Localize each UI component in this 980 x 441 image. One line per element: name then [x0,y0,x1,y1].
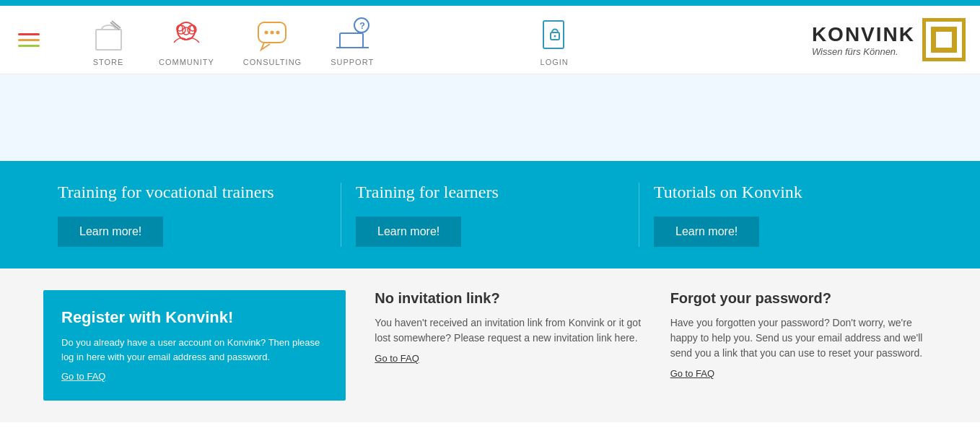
learn-more-trainers[interactable]: Learn more! [58,217,163,247]
svg-point-11 [270,30,274,34]
noinvite-faq-link[interactable]: Go to FAQ [375,353,419,364]
learners-title: Training for learners [356,183,624,202]
register-text: Do you already have a user account on Ko… [61,336,328,364]
store-label: STORE [93,58,124,66]
consulting-icon [250,13,294,56]
tutorials-title: Tutorials on Konvink [654,183,922,202]
bottom-col-password: Forgot your password? Have you forgotten… [670,290,937,401]
community-icon [165,13,208,56]
blue-col-trainers: Training for vocational trainers Learn m… [43,183,341,247]
svg-rect-0 [96,30,121,50]
bottom-col-register: Register with Konvink! Do you already ha… [43,290,346,401]
password-text: Have you forgotten your password? Don't … [670,315,937,361]
consulting-label: CONSULTING [243,58,302,66]
top-bar [0,0,980,6]
svg-point-10 [264,30,268,34]
svg-point-12 [276,30,279,34]
support-icon: ? [331,13,374,56]
register-title: Register with Konvink! [61,308,328,327]
header: STORE COMMUNITY [0,6,980,74]
logo-box [922,18,966,61]
logo-name: KONVINK [812,23,915,46]
logo-area: KONVINK Wissen fürs Können. [812,18,966,61]
nav-support[interactable]: ? SUPPORT [331,13,374,66]
password-faq-link[interactable]: Go to FAQ [670,368,714,379]
logo-text-block: KONVINK Wissen fürs Können. [812,23,915,57]
svg-text:?: ? [359,20,365,31]
login-label: LOGIN [541,58,569,66]
bottom-col-noinvite: No invitation link? You haven't received… [375,290,641,401]
support-label: SUPPORT [331,58,374,66]
nav-consulting[interactable]: CONSULTING [243,13,302,66]
noinvite-text: You haven't received an invitation link … [375,315,641,346]
learn-more-learners[interactable]: Learn more! [356,217,461,247]
svg-rect-13 [340,33,363,48]
blue-col-learners: Training for learners Learn more! [341,183,639,247]
noinvite-title: No invitation link? [375,290,641,307]
hamburger-menu[interactable] [14,30,43,51]
banner [0,74,980,161]
svg-point-19 [554,35,556,37]
trainers-title: Training for vocational trainers [58,183,326,202]
learn-more-tutorials[interactable]: Learn more! [654,217,759,247]
nav-community[interactable]: COMMUNITY [159,13,214,66]
main-nav: STORE COMMUNITY [87,13,576,66]
logo-box-inner-white [936,32,952,48]
nav-login[interactable]: LOGIN [533,13,576,66]
svg-point-6 [183,27,190,35]
logo-subtitle: Wissen fürs Können. [812,46,915,57]
password-title: Forgot your password? [670,290,937,307]
login-icon [533,13,576,56]
store-icon [87,13,130,56]
bottom-section: Register with Konvink! Do you already ha… [0,268,980,422]
blue-section: Training for vocational trainers Learn m… [0,161,980,268]
community-label: COMMUNITY [159,58,214,66]
nav-store[interactable]: STORE [87,13,130,66]
logo-box-inner [931,27,957,53]
svg-rect-17 [543,21,564,48]
blue-col-tutorials: Tutorials on Konvink Learn more! [639,183,937,247]
register-faq-link[interactable]: Go to FAQ [61,371,105,382]
